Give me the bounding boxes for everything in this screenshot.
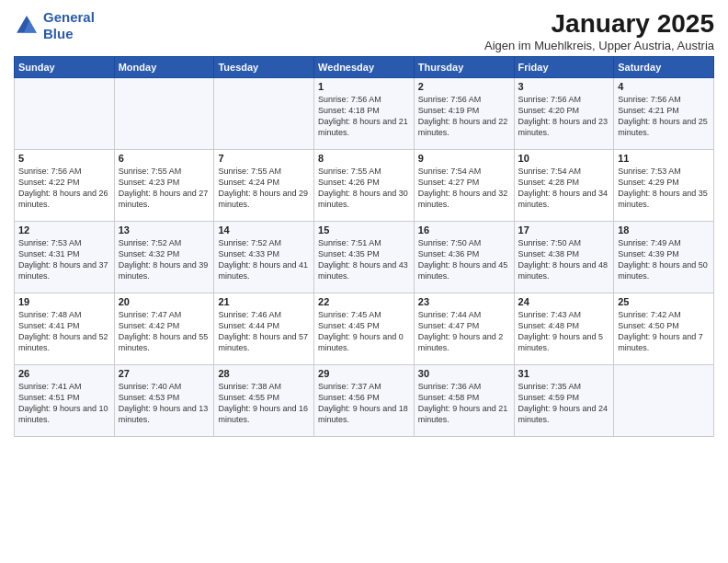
day-number: 28 (218, 368, 310, 379)
day-info: Sunrise: 7:47 AM Sunset: 4:42 PM Dayligh… (119, 309, 210, 354)
day-number: 26 (18, 368, 110, 379)
day-info: Sunrise: 7:54 AM Sunset: 4:28 PM Dayligh… (518, 166, 610, 211)
day-info: Sunrise: 7:55 AM Sunset: 4:24 PM Dayligh… (218, 166, 310, 211)
calendar-cell: 22Sunrise: 7:45 AM Sunset: 4:45 PM Dayli… (314, 293, 415, 365)
calendar-cell (214, 78, 314, 150)
calendar-cell: 13Sunrise: 7:52 AM Sunset: 4:32 PM Dayli… (114, 222, 214, 293)
day-info: Sunrise: 7:46 AM Sunset: 4:44 PM Dayligh… (218, 309, 310, 354)
day-info: Sunrise: 7:45 AM Sunset: 4:45 PM Dayligh… (318, 309, 410, 354)
calendar-cell (614, 365, 714, 437)
day-number: 14 (218, 224, 310, 236)
day-number: 20 (119, 296, 210, 307)
logo-text: General Blue (43, 9, 95, 42)
weekday-header-row: SundayMondayTuesdayWednesdayThursdayFrid… (15, 57, 714, 78)
day-number: 1 (318, 81, 410, 92)
day-info: Sunrise: 7:51 AM Sunset: 4:35 PM Dayligh… (318, 237, 410, 282)
day-info: Sunrise: 7:48 AM Sunset: 4:41 PM Dayligh… (18, 309, 110, 354)
day-info: Sunrise: 7:56 AM Sunset: 4:19 PM Dayligh… (418, 94, 510, 139)
weekday-header-thursday: Thursday (414, 57, 514, 78)
calendar-cell: 27Sunrise: 7:40 AM Sunset: 4:53 PM Dayli… (114, 365, 214, 437)
day-number: 21 (218, 296, 310, 307)
weekday-header-sunday: Sunday (15, 57, 115, 78)
calendar-cell: 16Sunrise: 7:50 AM Sunset: 4:36 PM Dayli… (414, 222, 514, 293)
day-info: Sunrise: 7:56 AM Sunset: 4:21 PM Dayligh… (618, 94, 710, 139)
day-number: 24 (518, 296, 610, 307)
page-title: January 2025 (484, 9, 714, 39)
calendar-cell: 24Sunrise: 7:43 AM Sunset: 4:48 PM Dayli… (514, 293, 614, 365)
day-number: 29 (318, 368, 410, 379)
calendar-cell: 30Sunrise: 7:36 AM Sunset: 4:58 PM Dayli… (414, 365, 514, 437)
day-number: 5 (18, 153, 110, 164)
calendar-cell: 29Sunrise: 7:37 AM Sunset: 4:56 PM Dayli… (314, 365, 415, 437)
calendar-cell: 9Sunrise: 7:54 AM Sunset: 4:27 PM Daylig… (414, 150, 514, 222)
weekday-header-saturday: Saturday (614, 57, 714, 78)
day-number: 25 (618, 296, 710, 307)
day-number: 6 (119, 153, 210, 164)
day-number: 19 (18, 296, 110, 307)
calendar-cell: 2Sunrise: 7:56 AM Sunset: 4:19 PM Daylig… (414, 78, 514, 150)
page-container: General Blue January 2025 Aigen im Muehl… (0, 0, 728, 444)
day-info: Sunrise: 7:55 AM Sunset: 4:23 PM Dayligh… (119, 166, 210, 211)
day-info: Sunrise: 7:49 AM Sunset: 4:39 PM Dayligh… (618, 237, 710, 282)
day-number: 13 (119, 224, 210, 236)
calendar-cell: 23Sunrise: 7:44 AM Sunset: 4:47 PM Dayli… (414, 293, 514, 365)
calendar-cell: 3Sunrise: 7:56 AM Sunset: 4:20 PM Daylig… (514, 78, 614, 150)
calendar-cell (15, 78, 115, 150)
header: General Blue January 2025 Aigen im Muehl… (14, 9, 714, 52)
day-number: 16 (418, 224, 510, 236)
logo: General Blue (14, 9, 95, 42)
week-row-4: 26Sunrise: 7:41 AM Sunset: 4:51 PM Dayli… (15, 365, 714, 437)
calendar-cell: 11Sunrise: 7:53 AM Sunset: 4:29 PM Dayli… (614, 150, 714, 222)
calendar-cell: 14Sunrise: 7:52 AM Sunset: 4:33 PM Dayli… (214, 222, 314, 293)
day-number: 22 (318, 296, 410, 307)
day-info: Sunrise: 7:53 AM Sunset: 4:31 PM Dayligh… (18, 237, 110, 282)
calendar-cell: 10Sunrise: 7:54 AM Sunset: 4:28 PM Dayli… (514, 150, 614, 222)
day-info: Sunrise: 7:38 AM Sunset: 4:55 PM Dayligh… (218, 381, 310, 426)
title-block: January 2025 Aigen im Muehlkreis, Upper … (484, 9, 714, 52)
calendar-cell: 21Sunrise: 7:46 AM Sunset: 4:44 PM Dayli… (214, 293, 314, 365)
weekday-header-wednesday: Wednesday (314, 57, 415, 78)
day-info: Sunrise: 7:55 AM Sunset: 4:26 PM Dayligh… (318, 166, 410, 211)
calendar-cell (114, 78, 214, 150)
day-number: 4 (618, 81, 710, 92)
calendar-cell: 18Sunrise: 7:49 AM Sunset: 4:39 PM Dayli… (614, 222, 714, 293)
day-number: 31 (518, 368, 610, 379)
calendar-cell: 1Sunrise: 7:56 AM Sunset: 4:18 PM Daylig… (314, 78, 415, 150)
day-info: Sunrise: 7:56 AM Sunset: 4:22 PM Dayligh… (18, 166, 110, 211)
day-number: 12 (18, 224, 110, 236)
calendar-cell: 4Sunrise: 7:56 AM Sunset: 4:21 PM Daylig… (614, 78, 714, 150)
day-number: 8 (318, 153, 410, 164)
calendar-cell: 25Sunrise: 7:42 AM Sunset: 4:50 PM Dayli… (614, 293, 714, 365)
day-info: Sunrise: 7:41 AM Sunset: 4:51 PM Dayligh… (18, 381, 110, 426)
weekday-header-monday: Monday (114, 57, 214, 78)
calendar-cell: 28Sunrise: 7:38 AM Sunset: 4:55 PM Dayli… (214, 365, 314, 437)
day-number: 3 (518, 81, 610, 92)
day-info: Sunrise: 7:50 AM Sunset: 4:38 PM Dayligh… (518, 237, 610, 282)
day-number: 7 (218, 153, 310, 164)
day-info: Sunrise: 7:35 AM Sunset: 4:59 PM Dayligh… (518, 381, 610, 426)
day-number: 23 (418, 296, 510, 307)
day-number: 30 (418, 368, 510, 379)
day-info: Sunrise: 7:56 AM Sunset: 4:18 PM Dayligh… (318, 94, 410, 139)
weekday-header-tuesday: Tuesday (214, 57, 314, 78)
day-info: Sunrise: 7:36 AM Sunset: 4:58 PM Dayligh… (418, 381, 510, 426)
week-row-1: 5Sunrise: 7:56 AM Sunset: 4:22 PM Daylig… (15, 150, 714, 222)
calendar-cell: 12Sunrise: 7:53 AM Sunset: 4:31 PM Dayli… (15, 222, 115, 293)
day-info: Sunrise: 7:50 AM Sunset: 4:36 PM Dayligh… (418, 237, 510, 282)
day-number: 10 (518, 153, 610, 164)
calendar-cell: 19Sunrise: 7:48 AM Sunset: 4:41 PM Dayli… (15, 293, 115, 365)
week-row-2: 12Sunrise: 7:53 AM Sunset: 4:31 PM Dayli… (15, 222, 714, 293)
calendar-table: SundayMondayTuesdayWednesdayThursdayFrid… (14, 56, 714, 437)
weekday-header-friday: Friday (514, 57, 614, 78)
day-info: Sunrise: 7:43 AM Sunset: 4:48 PM Dayligh… (518, 309, 610, 354)
logo-icon (14, 13, 40, 39)
day-number: 2 (418, 81, 510, 92)
calendar-cell: 7Sunrise: 7:55 AM Sunset: 4:24 PM Daylig… (214, 150, 314, 222)
calendar-cell: 5Sunrise: 7:56 AM Sunset: 4:22 PM Daylig… (15, 150, 115, 222)
calendar-cell: 15Sunrise: 7:51 AM Sunset: 4:35 PM Dayli… (314, 222, 415, 293)
week-row-0: 1Sunrise: 7:56 AM Sunset: 4:18 PM Daylig… (15, 78, 714, 150)
day-info: Sunrise: 7:40 AM Sunset: 4:53 PM Dayligh… (119, 381, 210, 426)
day-number: 17 (518, 224, 610, 236)
page-subtitle: Aigen im Muehlkreis, Upper Austria, Aust… (484, 39, 714, 52)
day-info: Sunrise: 7:53 AM Sunset: 4:29 PM Dayligh… (618, 166, 710, 211)
